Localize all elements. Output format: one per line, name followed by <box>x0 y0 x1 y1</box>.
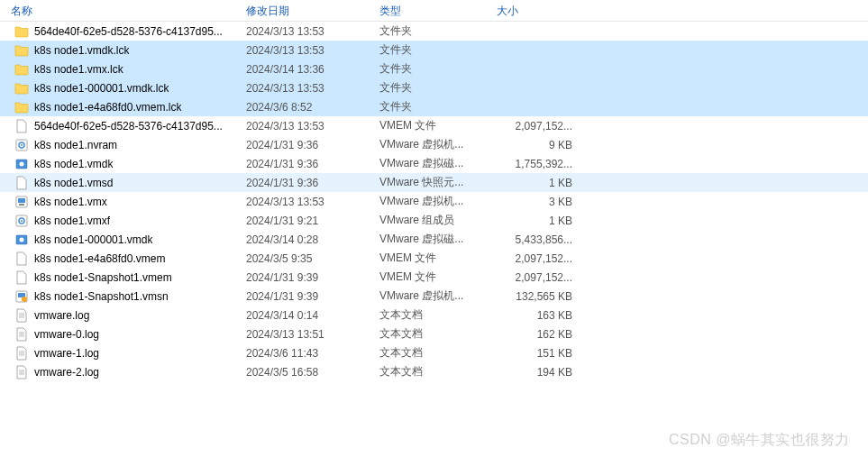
file-date-cell: 2024/3/13 13:53 <box>239 80 372 96</box>
file-date-cell: 2024/3/13 13:51 <box>239 326 372 343</box>
folder-icon <box>14 24 29 39</box>
file-size-cell: 2,097,152... <box>489 270 589 286</box>
file-size-cell <box>489 105 589 109</box>
file-row[interactable]: k8s node1.vmsd2024/1/31 9:36VMware 快照元..… <box>0 173 868 192</box>
file-row[interactable]: k8s node1-e4a68fd0.vmem2024/3/5 9:35VMEM… <box>0 249 868 268</box>
file-type-cell: VMware 快照元... <box>372 173 489 192</box>
file-size-cell: 151 KB <box>489 345 589 361</box>
file-name-cell: vmware-2.log <box>0 363 239 381</box>
file-name-cell: k8s node1-Snapshot1.vmsn <box>0 288 239 306</box>
column-header-date[interactable]: 修改日期 <box>239 0 372 21</box>
file-size-cell: 194 KB <box>489 364 589 380</box>
file-row[interactable]: vmware-1.log2024/3/6 11:43文本文档151 KB <box>0 343 868 362</box>
file-date-cell: 2024/3/14 13:36 <box>239 61 372 78</box>
file-type-cell: VMware 组成员 <box>372 211 489 230</box>
file-type-cell: 文件夹 <box>372 41 489 59</box>
file-icon <box>14 251 29 266</box>
file-date-cell: 2024/3/6 8:52 <box>239 99 372 115</box>
file-name-label: k8s node1.nvram <box>34 139 117 151</box>
column-header-row: 名称 修改日期 类型 大小 <box>0 0 868 22</box>
svg-point-10 <box>21 220 23 222</box>
file-name-label: k8s node1-e4a68fd0.vmem.lck <box>34 101 181 114</box>
file-name-label: vmware-2.log <box>34 366 99 379</box>
disk-icon <box>14 157 29 171</box>
text-icon <box>14 365 29 379</box>
file-date-cell: 2024/3/5 9:35 <box>239 251 372 267</box>
file-name-label: k8s node1-Snapshot1.vmsn <box>34 290 169 303</box>
file-name-label: 564de40f-62e5-d528-5376-c4137d95... <box>34 120 223 132</box>
file-name-label: vmware-0.log <box>34 328 99 341</box>
file-date-cell: 2024/3/13 13:53 <box>239 42 372 59</box>
file-size-cell: 9 KB <box>489 137 589 153</box>
text-icon <box>14 308 29 323</box>
file-date-cell: 2024/3/13 13:53 <box>239 23 372 40</box>
file-size-cell: 2,097,152... <box>489 251 589 267</box>
file-row[interactable]: k8s node1-000001.vmdk2024/3/14 0:28VMwar… <box>0 230 868 249</box>
file-icon <box>14 176 29 190</box>
file-row[interactable]: vmware-2.log2024/3/5 16:58文本文档194 KB <box>0 362 868 381</box>
file-type-cell: 文件夹 <box>372 59 489 78</box>
file-row[interactable]: k8s node1-e4a68fd0.vmem.lck2024/3/6 8:52… <box>0 97 868 116</box>
file-icon <box>14 270 29 285</box>
file-icon <box>14 119 29 133</box>
file-row[interactable]: k8s node1.vmxf2024/1/31 9:21VMware 组成员1 … <box>0 211 868 230</box>
file-row[interactable]: k8s node1.nvram2024/1/31 9:36VMware 虚拟机.… <box>0 135 868 154</box>
file-type-cell: 文本文档 <box>372 324 489 343</box>
file-name-cell: k8s node1.nvram <box>0 136 239 154</box>
file-name-label: k8s node1.vmx <box>34 196 107 208</box>
file-type-cell: VMEM 文件 <box>372 249 489 268</box>
file-date-cell: 2024/3/13 13:53 <box>239 118 372 134</box>
file-type-cell: 文本文档 <box>372 306 489 324</box>
file-size-cell <box>489 49 589 52</box>
file-type-cell: 文件夹 <box>372 78 489 97</box>
file-type-cell: 文件夹 <box>372 97 489 116</box>
file-name-label: k8s node1.vmx.lck <box>34 63 123 76</box>
file-row[interactable]: 564de40f-62e5-d528-5376-c4137d95...2024/… <box>0 116 868 135</box>
file-name-label: k8s node1.vmdk.lck <box>34 44 129 57</box>
file-name-cell: k8s node1-000001.vmdk <box>0 231 239 249</box>
file-type-cell: 文本文档 <box>372 343 489 362</box>
column-header-type[interactable]: 类型 <box>372 0 489 21</box>
file-size-cell <box>489 87 589 90</box>
file-row[interactable]: k8s node1-Snapshot1.vmsn2024/1/31 9:39VM… <box>0 287 868 306</box>
file-row[interactable]: vmware.log2024/3/14 0:14文本文档163 KB <box>0 306 868 324</box>
vmx-icon <box>14 195 29 209</box>
file-row[interactable]: k8s node1.vmx2024/3/13 13:53VMware 虚拟机..… <box>0 192 868 211</box>
file-row[interactable]: k8s node1-000001.vmdk.lck2024/3/13 13:53… <box>0 78 868 97</box>
svg-rect-6 <box>18 198 25 203</box>
file-size-cell: 3 KB <box>489 194 589 210</box>
file-date-cell: 2024/1/31 9:39 <box>239 288 372 305</box>
file-name-label: 564de40f-62e5-d528-5376-c4137d95... <box>34 25 223 38</box>
file-row[interactable]: 564de40f-62e5-d528-5376-c4137d95...2024/… <box>0 22 868 41</box>
file-list: 564de40f-62e5-d528-5376-c4137d95...2024/… <box>0 22 868 381</box>
file-row[interactable]: k8s node1-Snapshot1.vmem2024/1/31 9:39VM… <box>0 268 868 287</box>
file-size-cell: 5,433,856... <box>489 232 589 248</box>
file-type-cell: VMware 虚拟磁... <box>372 230 489 249</box>
file-date-cell: 2024/3/5 16:58 <box>239 364 372 380</box>
snap-icon <box>14 289 29 304</box>
file-name-label: k8s node1.vmxf <box>34 215 110 227</box>
file-name-label: k8s node1.vmdk <box>34 158 113 170</box>
file-name-cell: k8s node1-e4a68fd0.vmem.lck <box>0 98 239 116</box>
file-size-cell: 162 KB <box>489 326 589 343</box>
file-type-cell: VMware 虚拟磁... <box>372 154 489 173</box>
file-row[interactable]: k8s node1.vmdk2024/1/31 9:36VMware 虚拟磁..… <box>0 154 868 173</box>
file-name-label: vmware-1.log <box>34 347 99 360</box>
file-size-cell <box>489 68 589 71</box>
svg-point-15 <box>22 297 27 302</box>
file-name-cell: k8s node1-000001.vmdk.lck <box>0 79 239 97</box>
file-date-cell: 2024/3/6 11:43 <box>239 345 372 361</box>
file-row[interactable]: k8s node1.vmdk.lck2024/3/13 13:53文件夹 <box>0 41 868 59</box>
svg-point-2 <box>21 144 23 146</box>
svg-point-12 <box>20 237 24 242</box>
file-date-cell: 2024/3/13 13:53 <box>239 194 372 210</box>
column-header-size[interactable]: 大小 <box>489 0 589 21</box>
file-name-cell: k8s node1.vmx.lck <box>0 60 239 78</box>
file-row[interactable]: k8s node1.vmx.lck2024/3/14 13:36文件夹 <box>0 59 868 78</box>
disk-icon <box>14 233 29 247</box>
file-name-cell: 564de40f-62e5-d528-5376-c4137d95... <box>0 117 239 135</box>
file-size-cell: 163 KB <box>489 307 589 324</box>
file-size-cell: 1,755,392... <box>489 156 589 172</box>
file-row[interactable]: vmware-0.log2024/3/13 13:51文本文档162 KB <box>0 324 868 343</box>
column-header-name[interactable]: 名称 <box>0 0 239 21</box>
